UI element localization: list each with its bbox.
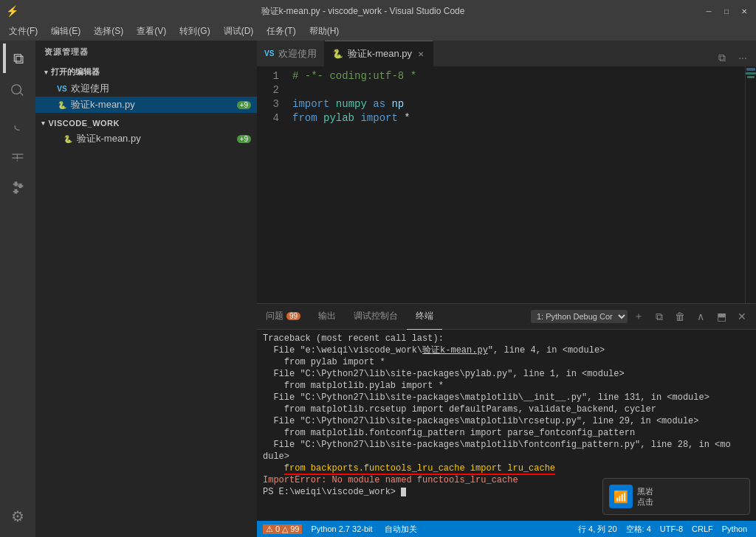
py-file-icon: 🐍 [56, 99, 68, 111]
split-terminal-btn[interactable]: ⧉ [650, 307, 669, 326]
add-terminal-btn[interactable]: ＋ [629, 307, 648, 326]
open-editors-arrow: ▾ [44, 69, 48, 76]
editor-area: VS 欢迎使用 🐍 验证k-mean.py ✕ ⧉ ··· 1 2 3 4 # [257, 41, 756, 537]
tab-kmean-icon: 🐍 [332, 49, 343, 59]
code-content[interactable]: # -*- coding:utf-8 * import numpy as np … [286, 66, 745, 303]
error-count: 0 [275, 524, 280, 533]
open-editors-section[interactable]: ▾ 打开的编辑器 [35, 63, 257, 80]
maximize-panel-btn[interactable]: ⬒ [712, 307, 731, 326]
spaces-text: 空格: 4 [626, 524, 651, 535]
tab-welcome-label: 欢迎使用 [278, 47, 317, 60]
maximize-btn[interactable]: □ [721, 5, 732, 17]
tab-welcome-icon: VS [264, 49, 274, 58]
status-language[interactable]: Python [719, 524, 750, 533]
extensions-icon[interactable] [3, 173, 32, 203]
minimize-btn[interactable]: ─ [703, 5, 715, 17]
workspace-file-name: 验证k-mean.py [77, 132, 237, 145]
close-btn[interactable]: ✕ [738, 5, 750, 17]
workspace-arrow: ▾ [41, 119, 46, 127]
problems-badge: 99 [286, 312, 300, 320]
menu-bar: 文件(F)编辑(E)选择(S)查看(V)转到(G)调试(D)任务(T)帮助(H) [0, 22, 756, 41]
panel-tab-terminal[interactable]: 终端 [407, 304, 442, 330]
tab-kmean-close[interactable]: ✕ [416, 49, 425, 59]
debug-icon[interactable] [3, 141, 32, 170]
tab-bar: VS 欢迎使用 🐍 验证k-mean.py ✕ ⧉ ··· [257, 41, 756, 66]
autosave-text: 自动加关 [385, 524, 417, 535]
collapse-panel-btn[interactable]: ∧ [691, 307, 710, 326]
status-bar: ⚠ 0 △ 99 Python 2.7 32-bit 自动加关 行 4, 列 2… [257, 521, 756, 537]
menu-item-t[interactable]: 任务(T) [261, 24, 301, 39]
position-text: 行 4, 列 20 [578, 524, 617, 535]
sidebar: 资源管理器 ▾ 打开的编辑器 VS 欢迎使用 🐍 验证k-mean.py +9 … [35, 41, 257, 537]
source-control-icon[interactable] [3, 108, 32, 138]
settings-icon[interactable]: ⚙ [3, 502, 32, 531]
workspace-py-icon: 🐍 [62, 133, 74, 145]
title-text: 验证k-mean.py - viscode_work - Visual Stud… [23, 5, 703, 18]
language-text: Python [722, 524, 747, 533]
menu-item-h[interactable]: 帮助(H) [303, 24, 346, 39]
tab-kmean[interactable]: 🐍 验证k-mean.py ✕ [325, 41, 433, 66]
status-errors[interactable]: ⚠ 0 △ 99 [263, 524, 302, 534]
terminal-line-9: from matplotlib.fontconfig_pattern impor… [263, 427, 750, 439]
search-icon[interactable] [3, 76, 32, 105]
terminal-line-6: File "C:\Python27\lib\site-packages\matp… [263, 392, 750, 403]
main-layout: ⧉ ⚙ 资源管理器 ▾ 打开 [0, 41, 756, 537]
open-file-kmean-name: 验证k-mean.py [71, 98, 237, 111]
kmean-badge: +9 [237, 101, 251, 109]
workspace-header[interactable]: ▾ VISCODE_WORK [35, 116, 257, 131]
panel-tab-output[interactable]: 输出 [309, 304, 345, 330]
workspace-label: VISCODE_WORK [49, 119, 120, 128]
minimap [745, 66, 756, 303]
code-editor[interactable]: 1 2 3 4 # -*- coding:utf-8 * import nump… [257, 66, 756, 303]
terminal-line-12: from backports.functools_lru_cache impor… [263, 462, 750, 474]
title-bar: ⚡ 验证k-mean.py - viscode_work - Visual St… [0, 0, 756, 22]
kill-terminal-btn[interactable]: 🗑 [670, 307, 690, 326]
panel-tab-problems[interactable]: 问题 99 [257, 304, 309, 330]
more-btn[interactable]: ··· [734, 49, 752, 66]
code-line-1: # -*- coding:utf-8 * [292, 69, 745, 83]
code-line-4: from pylab import * [292, 111, 745, 125]
menu-item-d[interactable]: 调试(D) [218, 24, 260, 39]
notification-text: 黑岩点击 [637, 486, 653, 507]
menu-item-g[interactable]: 转到(G) [173, 24, 216, 39]
close-panel-btn[interactable]: ✕ [732, 307, 752, 326]
line-numbers: 1 2 3 4 [257, 66, 286, 303]
notification-icon: 📶 [609, 485, 633, 508]
terminal-select[interactable]: 1: Python Debug Cor [531, 310, 628, 323]
status-python[interactable]: Python 2.7 32-bit [308, 524, 375, 533]
window-controls: ─ □ ✕ [703, 5, 750, 17]
sidebar-header: 资源管理器 [35, 41, 257, 63]
split-editor-btn[interactable]: ⧉ [713, 49, 731, 66]
terminal-line-5: from matplotlib.pylab import * [263, 380, 750, 392]
panel-controls: 1: Python Debug Cor ＋ ⧉ 🗑 ∧ ⬒ ✕ [526, 307, 756, 326]
open-file-welcome[interactable]: VS 欢迎使用 [35, 80, 257, 97]
panel-tab-bar: 问题 99 输出 调试控制台 终端 1: Python Debug Cor ＋ [257, 304, 756, 330]
open-editors-label: 打开的编辑器 [51, 66, 100, 77]
terminal-line-10: File "C:\Python27\lib\site-packages\matp… [263, 439, 750, 451]
terminal-line-3: from pylab import * [263, 356, 750, 368]
terminal-line-4: File "C:\Python27\lib\site-packages\pyla… [263, 368, 750, 380]
menu-item-e[interactable]: 编辑(E) [45, 24, 86, 39]
warning-icon: △ [282, 524, 288, 534]
status-autosave[interactable]: 自动加关 [382, 524, 420, 535]
open-file-kmean[interactable]: 🐍 验证k-mean.py +9 [35, 97, 257, 113]
panel-tab-debug-console[interactable]: 调试控制台 [345, 304, 407, 330]
status-position[interactable]: 行 4, 列 20 [575, 524, 620, 535]
status-spaces[interactable]: 空格: 4 [623, 524, 654, 535]
tab-actions: ⧉ ··· [709, 49, 756, 66]
menu-item-s[interactable]: 选择(S) [88, 24, 129, 39]
error-icon: ⚠ [266, 524, 273, 534]
explorer-icon[interactable]: ⧉ [3, 44, 32, 73]
code-line-2 [292, 83, 745, 97]
tab-welcome[interactable]: VS 欢迎使用 [257, 41, 325, 66]
terminal-line-1: Traceback (most recent call last): [263, 333, 750, 344]
status-eol[interactable]: CRLF [689, 524, 716, 533]
menu-item-v[interactable]: 查看(V) [131, 24, 172, 39]
terminal-label: 终端 [416, 310, 433, 322]
menu-item-f[interactable]: 文件(F) [3, 24, 44, 39]
tab-kmean-label: 验证k-mean.py [348, 47, 412, 60]
terminal-line-7: from matplotlib.rcsetup import defaultPa… [263, 403, 750, 415]
workspace-file-kmean[interactable]: 🐍 验证k-mean.py +9 [35, 131, 257, 147]
terminal-line-11: dule> [263, 451, 750, 462]
status-encoding[interactable]: UTF-8 [657, 524, 686, 533]
